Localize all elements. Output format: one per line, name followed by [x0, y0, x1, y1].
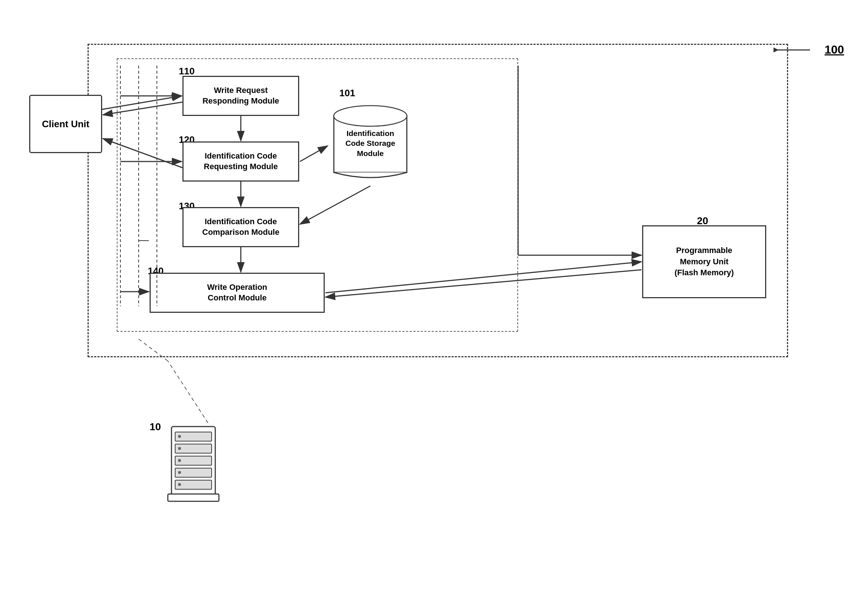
- svg-point-4: [334, 106, 407, 126]
- svg-point-15: [178, 483, 181, 486]
- svg-point-11: [178, 435, 181, 438]
- svg-line-39: [168, 361, 208, 423]
- ref-101-label: 101: [339, 87, 355, 99]
- arrow-to-100: [773, 45, 821, 56]
- write-op-control-box: Write OperationControl Module: [149, 273, 325, 313]
- ref-100-label: 100: [824, 43, 844, 57]
- cylinder-label-text: IdentificationCode StorageModule: [340, 128, 401, 158]
- ref-10-label: 10: [149, 421, 161, 433]
- diagram-container: 100 30 Client Unit 110 Write RequestResp…: [22, 22, 847, 591]
- svg-rect-16: [168, 494, 219, 501]
- id-code-storage-cylinder: IdentificationCode StorageModule: [328, 101, 412, 185]
- svg-point-12: [178, 447, 181, 450]
- prog-memory-text: ProgrammableMemory Unit(Flash Memory): [675, 245, 734, 278]
- box-130-text: Identification CodeComparison Module: [202, 217, 279, 237]
- svg-point-14: [178, 471, 181, 474]
- box-110-text: Write RequestResponding Module: [202, 85, 279, 106]
- id-code-comparison-box: Identification CodeComparison Module: [183, 207, 299, 247]
- box-140-text: Write OperationControl Module: [207, 282, 267, 303]
- svg-point-13: [178, 459, 181, 462]
- ref-110-label: 110: [179, 66, 195, 77]
- client-unit-box: Client Unit: [29, 95, 102, 153]
- box-120-text: Identification CodeRequesting Module: [204, 151, 278, 172]
- svg-marker-1: [773, 47, 779, 53]
- client-unit-label: Client Unit: [42, 119, 89, 130]
- prog-memory-box: ProgrammableMemory Unit(Flash Memory): [642, 225, 766, 298]
- id-code-requesting-box: Identification CodeRequesting Module: [183, 141, 299, 182]
- write-request-box: Write RequestResponding Module: [183, 76, 299, 116]
- server-icon: [160, 423, 226, 510]
